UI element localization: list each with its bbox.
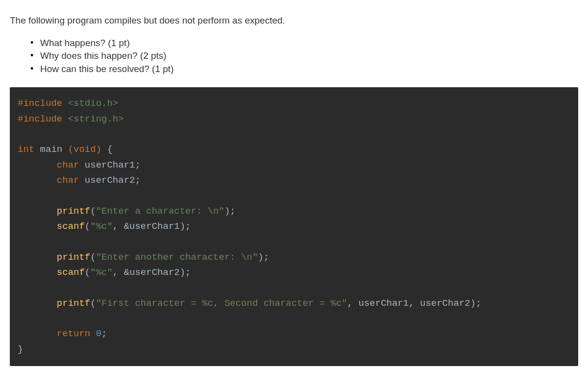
code-text: (	[90, 298, 96, 309]
code-header: <stdio.h>	[62, 98, 118, 109]
code-string: "%c"	[90, 267, 113, 278]
code-type: char	[57, 160, 79, 171]
code-keyword: int	[18, 144, 34, 155]
code-string: "%c"	[90, 221, 113, 232]
code-text: userChar1;	[79, 160, 140, 171]
code-text: );	[224, 206, 236, 217]
question-item: How can this be resolved? (1 pt)	[30, 63, 578, 76]
code-text: , &userChar2);	[113, 267, 191, 278]
code-preproc: #include	[18, 114, 62, 124]
code-text: (	[90, 206, 96, 217]
code-func: scanf	[57, 221, 85, 232]
code-text: {	[101, 144, 113, 155]
code-func: printf	[57, 206, 90, 217]
code-number: 0	[96, 328, 101, 339]
question-item: Why does this happen? (2 pts)	[30, 49, 578, 63]
code-text: userChar2;	[79, 175, 140, 186]
code-text: );	[258, 252, 269, 263]
code-text: ;	[101, 328, 107, 339]
code-preproc: #include	[18, 98, 62, 109]
question-item: What happens? (1 pt)	[30, 37, 578, 50]
code-type: char	[57, 175, 79, 186]
code-text	[90, 328, 96, 339]
code-keyword: return	[57, 328, 90, 339]
code-text: }	[18, 344, 23, 355]
code-keyword: (void)	[68, 144, 101, 155]
code-text: , &userChar1);	[113, 221, 191, 232]
code-func: printf	[57, 298, 90, 309]
code-text: (	[90, 252, 96, 263]
intro-text: The following program compiles but does …	[10, 14, 578, 28]
code-string: "Enter another character: \n"	[96, 252, 258, 263]
code-string: "Enter a character: \n"	[96, 206, 224, 217]
code-func: scanf	[57, 267, 85, 278]
code-text: (	[85, 267, 90, 278]
code-string: "First character = %c, Second character …	[96, 298, 347, 309]
question-list: What happens? (1 pt) Why does this happe…	[30, 37, 578, 76]
code-header: <string.h>	[62, 114, 123, 124]
code-text: , userChar1, userChar2);	[347, 298, 482, 309]
code-block: #include <stdio.h> #include <string.h> i…	[10, 87, 578, 366]
code-func: printf	[57, 252, 90, 263]
code-text: (	[85, 221, 90, 232]
code-text: main	[34, 144, 68, 155]
